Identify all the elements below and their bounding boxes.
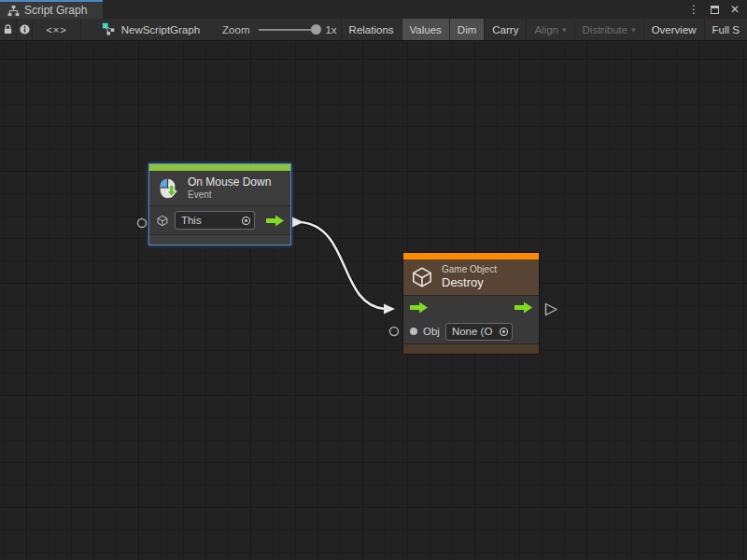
connection-end-arrow (384, 304, 395, 315)
close-button[interactable]: ✕ (730, 4, 740, 15)
info-button[interactable] (17, 19, 34, 40)
obj-value-dot-icon (410, 328, 417, 335)
node-destroy[interactable]: Game Object Destroy Obj None (O (402, 252, 540, 355)
zoom-slider[interactable] (259, 24, 321, 35)
gameobject-cube-icon (156, 214, 169, 228)
omd-header: On Mouse Down Event (149, 171, 290, 206)
graph-asset-reference[interactable]: NewScriptGraph (81, 19, 209, 40)
destroy-accent-strip (403, 253, 539, 259)
tab-script-graph[interactable]: Script Graph (0, 0, 103, 19)
graph-toolbar: <×> NewScriptGraph Zoom 1x Relations Val… (0, 19, 747, 41)
toolbar-button-values[interactable]: Values (402, 19, 449, 40)
node-subtitle: Event (188, 189, 271, 202)
zoom-slider-track[interactable] (259, 29, 316, 31)
graph-tree-icon (7, 5, 20, 17)
object-picker-icon[interactable] (241, 216, 251, 226)
toolbar-button-dim[interactable]: Dim (449, 19, 484, 40)
toolbar-button-align[interactable]: Align ▾ (526, 19, 573, 40)
flow-connection[interactable] (292, 217, 395, 315)
window-menu-button[interactable]: ⋮ (688, 4, 699, 15)
destroy-footer (403, 343, 539, 354)
zoom-value: 1x (325, 24, 336, 35)
event-accent-strip (149, 164, 290, 171)
maximize-button[interactable] (711, 6, 719, 14)
obj-value-field[interactable]: None (O (445, 323, 513, 341)
omd-footer (149, 234, 290, 245)
destroy-exit-stub-icon (546, 304, 557, 315)
lock-icon (2, 23, 14, 35)
chevron-down-icon: ▾ (631, 25, 636, 35)
code-preview-button[interactable]: <×> (33, 19, 80, 40)
omd-trigger-output-port[interactable] (266, 215, 284, 227)
mouse-down-icon (156, 176, 180, 201)
destroy-enter-input-port[interactable] (410, 301, 428, 314)
toolbar-button-distribute[interactable]: Distribute ▾ (574, 19, 643, 40)
object-picker-icon[interactable] (499, 327, 509, 337)
code-icon: <×> (46, 24, 66, 35)
graph-canvas[interactable]: On Mouse Down Event This (0, 42, 747, 560)
destroy-header: Game Object Destroy (403, 259, 539, 296)
obj-port-label: Obj (423, 326, 440, 337)
window-controls: ⋮ ✕ (681, 0, 747, 19)
node-group: Game Object (442, 264, 497, 276)
info-icon (19, 23, 31, 35)
destroy-flow-row (403, 296, 539, 319)
lock-button[interactable] (0, 19, 17, 40)
omd-target-port[interactable] (138, 219, 147, 228)
zoom-label: Zoom (222, 24, 249, 35)
graph-name: NewScriptGraph (121, 24, 200, 35)
omd-body-row: This (149, 206, 290, 234)
edge-layer (0, 42, 747, 560)
node-on-mouse-down[interactable]: On Mouse Down Event This (148, 163, 291, 245)
zoom-slider-handle[interactable] (311, 24, 321, 35)
target-value-field[interactable]: This (175, 211, 255, 230)
node-title: Destroy (442, 275, 497, 290)
toolbar-button-overview[interactable]: Overview (643, 19, 704, 40)
tab-bar-empty (103, 0, 681, 19)
destroy-exit-output-port[interactable] (514, 301, 532, 314)
destroy-obj-row: Obj None (O (403, 319, 539, 343)
toolbar-button-relations[interactable]: Relations (341, 19, 402, 40)
toolbar-button-fullscreen[interactable]: Full S (704, 19, 747, 40)
gameobject-cube-icon (410, 265, 434, 289)
toolbar-toggle-group: Relations Values Dim Carry Align ▾ Distr… (341, 19, 747, 40)
node-title: On Mouse Down (188, 175, 271, 189)
tab-bar: Script Graph ⋮ ✕ (0, 0, 747, 19)
toolbar-button-carry[interactable]: Carry (484, 19, 526, 40)
chevron-down-icon: ▾ (562, 25, 567, 35)
destroy-obj-port[interactable] (390, 328, 399, 336)
tab-title: Script Graph (24, 4, 87, 17)
script-graph-asset-icon (102, 22, 116, 36)
